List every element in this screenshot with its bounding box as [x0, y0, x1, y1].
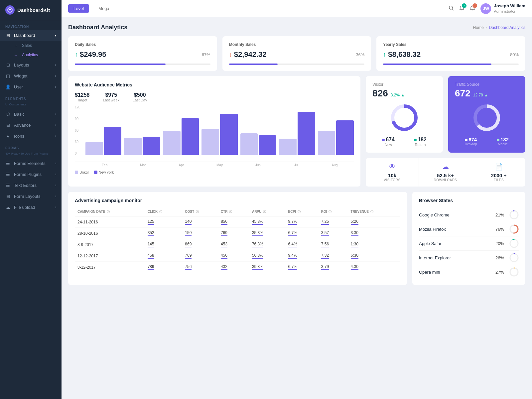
- stat-card-0: Daily Sales ↑ $249.95 67%: [68, 36, 217, 71]
- svg-point-13: [510, 239, 518, 247]
- table-header: CLICK ⓘ: [145, 208, 183, 216]
- y-axis-label: 120: [75, 105, 80, 109]
- legend-item: Brazil: [75, 170, 89, 174]
- bar-brazil: [318, 131, 335, 155]
- bar-group: [201, 114, 237, 155]
- metrics-bottom-item-1: ☁ 52.5 k+ DOWNLOADS: [419, 158, 472, 187]
- arrow-icon: →: [14, 53, 17, 57]
- table-cell: 8-12-2017: [75, 262, 145, 273]
- svg-point-3: [462, 9, 462, 10]
- sidebar-label-dashboard: Dashboard: [14, 33, 35, 38]
- table-cell: 76,3%: [249, 239, 286, 250]
- metric-label: Last Day: [133, 98, 147, 102]
- sidebar-item-icons[interactable]: ★ Icons ›: [0, 131, 62, 142]
- browser-item: Internet Explorer 26%: [419, 251, 519, 265]
- sidebar-item-basic[interactable]: ⬡ Basic ›: [0, 109, 62, 120]
- sidebar-item-user[interactable]: 👤 User ›: [0, 81, 62, 92]
- forms-elements-icon: ☰: [5, 161, 11, 166]
- breadcrumb: Home › Dashboard Analytics: [473, 25, 525, 30]
- table-cell: 24-11-2016: [75, 216, 145, 228]
- table-header: ROI ⓘ: [319, 208, 348, 216]
- table-cell: 9,7%: [286, 216, 319, 228]
- browser-pct: 21%: [495, 212, 504, 217]
- table-cell: 453: [218, 239, 249, 250]
- notification-bell[interactable]: 1: [459, 5, 465, 12]
- table-row: 28-10-201635215076935,3%6,7%3,573:30: [75, 228, 400, 239]
- sidebar-item-analytics[interactable]: → Analytics: [0, 50, 62, 60]
- traffic-donut: [455, 103, 519, 133]
- stats-row: Daily Sales ↑ $249.95 67% Monthly Sales …: [68, 36, 525, 71]
- sidebar-item-forms-plugins[interactable]: ☰ Forms Plugins ›: [0, 169, 62, 180]
- bar-group: [240, 133, 276, 155]
- icons-icon: ★: [5, 134, 11, 139]
- sidebar-item-form-layouts[interactable]: ⊟ Form Layouts ›: [0, 191, 62, 202]
- breadcrumb-home[interactable]: Home: [473, 25, 484, 30]
- search-button[interactable]: [449, 5, 454, 12]
- basic-icon: ⬡: [5, 112, 11, 117]
- browser-name: Google Chrome: [419, 212, 450, 217]
- stat-pct: 80%: [510, 52, 519, 57]
- legend-dot: [94, 171, 97, 174]
- stat-card-2: Yearly Sales ↑ $8,638.32 80%: [376, 36, 525, 71]
- arrow-icon: →: [14, 44, 17, 48]
- sidebar-label-sales: Sales: [22, 43, 32, 48]
- browser-name: Mozila Firefox: [419, 227, 446, 232]
- file-upload-icon: ☁: [5, 205, 11, 210]
- table-header: ECPI ⓘ: [286, 208, 319, 216]
- y-axis-label: 30: [75, 140, 80, 144]
- table-row: 24-11-201612514085645,3%9,7%7,255:26: [75, 216, 400, 228]
- table-cell: 150: [182, 228, 218, 239]
- stat-card-1: Monthly Sales ↓ $2,942.32 36%: [222, 36, 371, 71]
- table-cell: 7,32: [319, 250, 348, 262]
- forms-section-sub: 40+ Ready To Use From Plugins: [0, 151, 62, 158]
- mbot-icon: 📄: [495, 163, 503, 171]
- table-row: 8-12-201778975643239,3%6,7%3,794:30: [75, 262, 400, 273]
- audience-sub-metrics: $1258Target$975Last week$500Last Day: [75, 92, 354, 102]
- desktop-dot: [465, 139, 467, 141]
- traffic-card: Traffic Source 672 12.78 ▲: [448, 76, 525, 153]
- traffic-pct: 12.78 ▲: [473, 93, 488, 97]
- stat-title: Monthly Sales: [229, 42, 365, 47]
- bar-newyork: [298, 112, 315, 155]
- svg-point-9: [510, 211, 518, 219]
- layouts-icon: ⊡: [5, 63, 11, 67]
- sidebar-item-sales[interactable]: → Sales: [0, 41, 62, 50]
- tab-mega[interactable]: Mega: [93, 4, 115, 13]
- browser-right: 26%: [495, 253, 519, 262]
- sidebar-item-widget[interactable]: ◫ Widget ›: [0, 70, 62, 81]
- chevron-right-icon: ›: [55, 173, 56, 176]
- table-cell: 789: [145, 262, 183, 273]
- svg-point-17: [510, 268, 518, 276]
- table-cell: 7,25: [319, 216, 348, 228]
- table-cell: 458: [145, 250, 183, 262]
- table-cell: 12-12-2017: [75, 250, 145, 262]
- metric-label: Last week: [103, 98, 120, 102]
- sidebar-item-text-editors[interactable]: ☷ Text Editors ›: [0, 180, 62, 191]
- table-row: 8-9-201714586945376,3%6,4%7,561:30: [75, 239, 400, 250]
- sidebar-item-file-upload[interactable]: ☁ File upload ›: [0, 202, 62, 213]
- traffic-mobile-stat: 182 Mobile: [497, 137, 509, 146]
- avatar: JW: [480, 3, 491, 14]
- sidebar-item-dashboard[interactable]: ⊞ Dashboard ▾: [0, 30, 62, 41]
- sidebar-item-layouts[interactable]: ⊡ Layouts ›: [0, 60, 62, 70]
- sidebar-item-advance[interactable]: ⊞ Advance ›: [0, 120, 62, 131]
- table-cell: 869: [182, 239, 218, 250]
- stat-bar: [229, 64, 278, 65]
- table-cell: 6,7%: [286, 262, 319, 273]
- stat-pct: 67%: [202, 52, 210, 57]
- alert-bell[interactable]: 1: [470, 5, 475, 12]
- table-cell: 6:30: [348, 250, 400, 262]
- browser-item: Google Chrome 21%: [419, 208, 519, 222]
- bottom-row: Advertising campaign monitor CAMPAIGN DA…: [68, 192, 525, 285]
- user-menu[interactable]: JW Joseph William Administrator: [480, 3, 525, 14]
- visitor-return-stat: 182 Return: [414, 137, 427, 147]
- nav-section-label: NAVIGATION: [0, 20, 62, 30]
- tab-level[interactable]: Level: [68, 4, 89, 13]
- logo-text: DashboardKit: [17, 7, 50, 13]
- chevron-right-icon: ›: [55, 123, 56, 127]
- table-cell: 3,57: [319, 228, 348, 239]
- sidebar-item-forms-elements[interactable]: ☰ Forms Elements ›: [0, 158, 62, 169]
- visitor-stats: 674 New 182 Return: [372, 137, 436, 147]
- table-cell: 432: [218, 262, 249, 273]
- mbot-value: 2000 +: [491, 173, 506, 178]
